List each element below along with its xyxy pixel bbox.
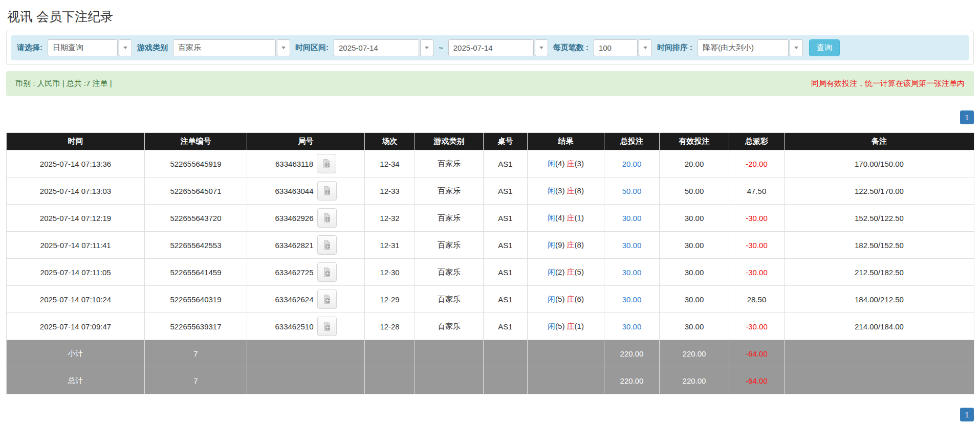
cell-valid-bet: 30.00 xyxy=(660,286,729,313)
total-bet-link[interactable]: 30.00 xyxy=(622,322,642,331)
table-row: 2025-07-14 07:11:41522655642553633462821… xyxy=(7,232,974,259)
total-bet-sum: 220.00 xyxy=(604,367,660,394)
cell-total-payout: -30.00 xyxy=(729,205,785,232)
cell-bet-number: 522655643720 xyxy=(145,205,247,232)
player-result-label: 闲 xyxy=(548,295,555,303)
payout-value: -30.00 xyxy=(746,268,768,277)
cell-note: 182.50/152.50 xyxy=(785,232,974,259)
payout-value: 28.50 xyxy=(747,295,767,304)
total-empty-cell xyxy=(484,340,528,367)
cell-session: 12-33 xyxy=(365,177,415,205)
page-1-button[interactable]: 1 xyxy=(960,110,974,124)
game-type-select[interactable]: 百家乐 xyxy=(173,39,290,56)
column-header: 桌号 xyxy=(484,133,528,150)
cell-valid-bet: 20.00 xyxy=(660,150,729,177)
total-bet-link[interactable]: 30.00 xyxy=(622,214,642,222)
total-label: 总计 xyxy=(7,367,145,394)
video-record-icon xyxy=(322,267,332,277)
video-replay-button[interactable] xyxy=(317,290,337,309)
chevron-down-icon xyxy=(535,39,548,56)
same-round-note-text: 同局有效投注，统一计算在该局第一张注单内 xyxy=(811,79,965,88)
total-bet-link[interactable]: 30.00 xyxy=(622,268,642,277)
cell-result: 闲(5) 庄(6) xyxy=(528,286,604,313)
total-bet-link[interactable]: 30.00 xyxy=(622,241,642,250)
video-replay-button[interactable] xyxy=(317,235,337,255)
cell-game-type: 百家乐 xyxy=(415,259,484,286)
cell-game-type: 百家乐 xyxy=(415,286,484,313)
cell-table-number: AS1 xyxy=(484,205,528,232)
page-size-value: 100 xyxy=(594,39,638,56)
cell-time: 2025-07-14 07:13:03 xyxy=(7,177,145,205)
date-to-input[interactable]: 2025-07-14 xyxy=(448,39,548,56)
query-type-select[interactable]: 日期查询 xyxy=(48,39,132,56)
cell-round-number: 633462821 xyxy=(247,232,365,259)
player-result-label: 闲 xyxy=(548,240,555,249)
total-empty-cell xyxy=(785,340,974,367)
sort-order-label: 时间排序 : xyxy=(657,43,692,53)
cell-time: 2025-07-14 07:12:19 xyxy=(7,205,145,232)
total-bet-link[interactable]: 30.00 xyxy=(622,295,642,304)
valid-bet-sum: 220.00 xyxy=(660,340,729,367)
date-from-input[interactable]: 2025-07-14 xyxy=(334,39,433,56)
video-record-icon xyxy=(322,321,332,331)
game-type-label: 游戏类别 xyxy=(137,43,168,53)
chevron-down-icon xyxy=(639,39,652,56)
column-header: 有效投注 xyxy=(660,133,729,150)
valid-bet-sum: 220.00 xyxy=(660,367,729,394)
cell-table-number: AS1 xyxy=(484,286,528,313)
query-button[interactable]: 查询 xyxy=(809,39,840,56)
cell-round-number: 633462725 xyxy=(247,259,365,286)
page-1-button[interactable]: 1 xyxy=(960,408,974,421)
banker-result-label: 庄 xyxy=(567,268,575,276)
column-header: 时间 xyxy=(7,133,145,150)
cell-valid-bet: 30.00 xyxy=(660,259,729,286)
total-bet-sum: 220.00 xyxy=(604,340,660,367)
video-replay-button[interactable] xyxy=(317,181,337,201)
cell-table-number: AS1 xyxy=(484,177,528,205)
cell-note: 152.50/122.50 xyxy=(785,205,974,232)
total-bet-link[interactable]: 50.00 xyxy=(622,187,642,195)
total-empty-cell xyxy=(365,340,415,367)
table-row: 2025-07-14 07:12:19522655643720633462926… xyxy=(7,205,974,232)
player-result-score: (2) xyxy=(555,268,564,276)
page-title: 视讯 会员下注纪录 xyxy=(7,8,980,25)
cell-total-bet: 30.00 xyxy=(604,313,660,340)
page-size-select[interactable]: 100 xyxy=(594,39,652,56)
cell-total-bet: 30.00 xyxy=(604,232,660,259)
sort-order-value: 降幂(由大到小) xyxy=(698,39,789,56)
table-row: 2025-07-14 07:10:24522655640319633462624… xyxy=(7,286,974,313)
video-replay-button[interactable] xyxy=(317,262,337,282)
banker-result-label: 庄 xyxy=(567,322,575,330)
video-record-icon xyxy=(321,159,332,169)
column-header: 注单编号 xyxy=(145,133,247,150)
video-record-icon xyxy=(322,294,332,304)
player-result-label: 闲 xyxy=(548,322,555,330)
banker-result-label: 庄 xyxy=(567,186,575,195)
round-number-text: 633463118 xyxy=(275,160,313,168)
total-bet-link[interactable]: 20.00 xyxy=(622,160,642,168)
cell-session: 12-31 xyxy=(365,232,415,259)
cell-session: 12-34 xyxy=(365,150,415,177)
cell-bet-number: 522655645071 xyxy=(145,177,247,205)
cell-game-type: 百家乐 xyxy=(415,313,484,340)
column-header: 局号 xyxy=(247,133,365,150)
banker-result-score: (6) xyxy=(575,295,584,303)
cell-table-number: AS1 xyxy=(484,150,528,177)
pagination-bottom: 1 xyxy=(6,408,974,421)
cell-session: 12-28 xyxy=(365,313,415,340)
video-replay-button[interactable] xyxy=(317,208,337,228)
cell-bet-number: 522655639317 xyxy=(145,313,247,340)
player-result-label: 闲 xyxy=(548,268,555,276)
column-header: 备注 xyxy=(785,133,974,150)
round-number-text: 633462821 xyxy=(275,241,313,250)
sort-order-select[interactable]: 降幂(由大到小) xyxy=(698,39,803,56)
column-header: 结果 xyxy=(528,133,604,150)
cell-total-bet: 30.00 xyxy=(604,286,660,313)
chevron-down-icon xyxy=(790,39,803,56)
page-size-label: 每页笔数 : xyxy=(553,43,589,53)
video-replay-button[interactable] xyxy=(317,154,336,173)
payout-sum: -64.00 xyxy=(729,367,785,394)
video-replay-button[interactable] xyxy=(317,317,337,336)
payout-value: -30.00 xyxy=(746,214,768,222)
date-range-label: 时间区间: xyxy=(295,43,329,53)
